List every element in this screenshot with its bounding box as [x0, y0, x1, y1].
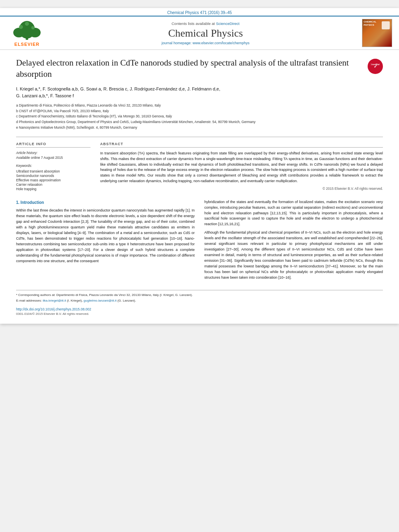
section1-heading: 1. Introduction	[16, 199, 195, 206]
sciencedirect-link[interactable]: ScienceDirect	[216, 21, 240, 26]
body-content: 1. Introduction Within the last three de…	[16, 199, 383, 283]
journal-banner: ELSEVIER Contents lists available at Sci…	[0, 16, 399, 50]
abstract-copyright: © 2015 Elsevier B.V. All rights reserved…	[100, 187, 383, 191]
history-label: Article history:	[16, 151, 90, 155]
body-col2-para2: Although the fundamental physical and ch…	[204, 230, 383, 280]
footnote-emails: E-mail addresses: ilka.kriegel@iit.it (I…	[16, 298, 383, 303]
journal-name-banner: Chemical Physics	[53, 27, 358, 39]
keyword-4: Hole trapping	[16, 187, 90, 191]
authors-line1: I. Kriegel a,*, F. Scotognella a,b, G. S…	[16, 86, 220, 91]
keyword-0: Ultrafast transient absorption	[16, 169, 90, 173]
email2-name: (G. Lanzani).	[117, 299, 136, 302]
crossmark-area[interactable]: ✓ CrossMark	[368, 59, 383, 74]
divider-1	[16, 137, 383, 137]
history-value: Available online 7 August 2015	[16, 156, 90, 160]
doi-url[interactable]: http://dx.doi.org/10.1016/j.chemphys.201…	[16, 307, 91, 311]
footnote-star: * Corresponding authors at: Dipartimento…	[16, 293, 383, 298]
main-content: Delayed electron relaxation in CdTe nano…	[0, 50, 399, 324]
footnote-area: * Corresponding authors at: Dipartimento…	[16, 290, 383, 303]
journal-citation: Chemical Physics 471 (2016) 39–45	[167, 10, 232, 15]
issn-line: 0301-0104/© 2015 Elsevier B.V. All right…	[16, 312, 383, 316]
doi-area[interactable]: http://dx.doi.org/10.1016/j.chemphys.201…	[16, 307, 383, 311]
email1-link[interactable]: ilka.kriegel@iit.it	[43, 299, 66, 302]
banner-center: Contents lists available at ScienceDirec…	[53, 21, 358, 45]
crossmark-icon: ✓ CrossMark	[371, 62, 380, 71]
abstract-col: ABSTRACT In transient absorption (TA) sp…	[100, 142, 383, 191]
body-col-1: 1. Introduction Within the last three de…	[16, 199, 195, 283]
cover-text: CHEMICALPHYSICS	[364, 21, 376, 27]
contents-line: Contents lists available at ScienceDirec…	[53, 21, 358, 26]
banner-right: CHEMICALPHYSICS	[362, 19, 394, 47]
svg-point-5	[19, 25, 23, 29]
svg-point-3	[13, 28, 25, 37]
authors-line2: G. Lanzani a,b,*, F. Tassone f	[16, 93, 74, 98]
affil-2: c Department of Nanochemistry, Istituto …	[16, 114, 383, 119]
body-two-col: 1. Introduction Within the last three de…	[16, 199, 383, 283]
body-col-2: hybridization of the states and eventual…	[204, 199, 383, 283]
crossmark-badge[interactable]: ✓ CrossMark	[368, 59, 383, 74]
svg-text:CrossMark: CrossMark	[371, 63, 380, 66]
article-info-col: ARTICLE INFO Article history: Available …	[16, 142, 90, 191]
body-col1-para1: Within the last three decades the intere…	[16, 208, 195, 264]
page: Chemical Physics 471 (2016) 39–45	[0, 8, 399, 324]
body-col2-para1: hybridization of the states and eventual…	[204, 199, 383, 228]
svg-point-6	[31, 26, 35, 29]
affil-4: e Nanosystems Initiative Munich (NIM), S…	[16, 125, 383, 130]
journal-cover-image: CHEMICALPHYSICS	[362, 19, 392, 47]
affiliations-block: a Dipartimento di Fisica, Politecnico di…	[16, 103, 383, 130]
abstract-text: In transient absorption (TA) spectra, th…	[100, 151, 383, 185]
article-title: Delayed electron relaxation in CdTe nano…	[16, 57, 364, 80]
article-info-label: ARTICLE INFO	[16, 142, 90, 148]
keyword-3: Carrier relaxation	[16, 183, 90, 187]
info-abstract-row: ARTICLE INFO Article history: Available …	[16, 142, 383, 191]
svg-point-4	[29, 28, 41, 37]
elsevier-label: ELSEVIER	[14, 42, 39, 47]
keyword-2: Effective mass approximation	[16, 178, 90, 182]
banner-left: ELSEVIER	[5, 20, 49, 47]
svg-point-7	[25, 22, 29, 26]
homepage-line: journal homepage: www.elsevier.com/locat…	[53, 41, 358, 45]
keyword-1: Semiconductor nanorods	[16, 174, 90, 178]
email1-name: (I. Kriegel),	[67, 299, 82, 302]
authors-block: I. Kriegel a,*, F. Scotognella a,b, G. S…	[16, 86, 383, 100]
affil-1: b CNST of IIT@POLIMI, Via Pascoli 70/3, …	[16, 109, 383, 114]
journal-top-bar: Chemical Physics 471 (2016) 39–45	[0, 8, 399, 16]
email2-link[interactable]: guglielmo.lanzani@iit.it	[84, 299, 117, 302]
keywords-label: Keywords:	[16, 164, 90, 168]
affil-3: d Photonics and Optoelectronics Group, D…	[16, 119, 383, 125]
title-row: Delayed electron relaxation in CdTe nano…	[16, 57, 383, 86]
email-label: E-mail addresses:	[16, 299, 42, 302]
affil-0: a Dipartimento di Fisica, Politecnico di…	[16, 103, 383, 108]
elsevier-logo: ELSEVIER	[5, 20, 49, 47]
elsevier-tree-icon	[9, 20, 45, 42]
abstract-label: ABSTRACT	[100, 142, 383, 148]
